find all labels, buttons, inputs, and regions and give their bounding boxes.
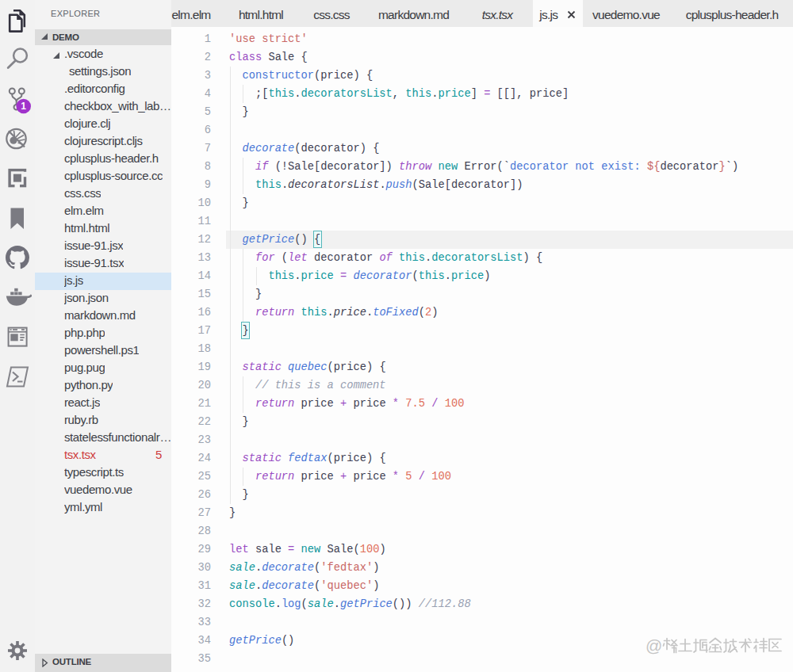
svg-text:1: 1 bbox=[21, 101, 26, 112]
